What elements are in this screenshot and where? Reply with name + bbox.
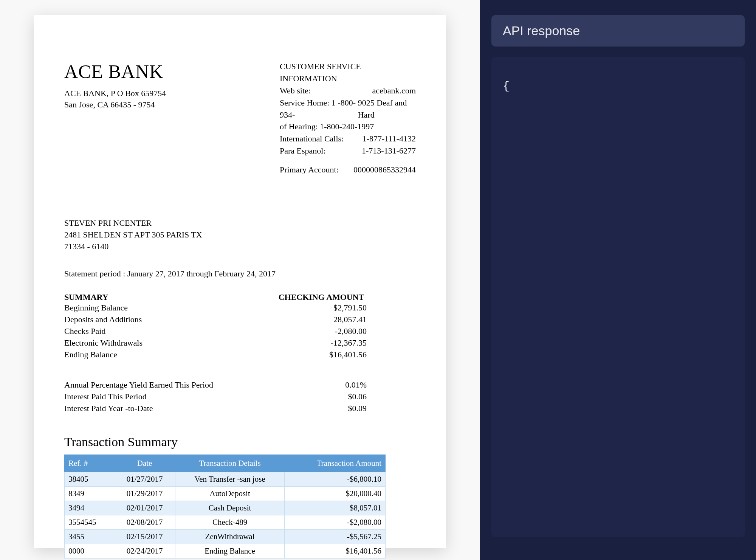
service-home-label: Service Home: 1 -800-934-	[280, 97, 358, 121]
col-header-details: Transaction Details	[175, 455, 285, 472]
summary-header-left: SUMMARY	[64, 292, 276, 302]
summary-label: Annual Percentage Yield Earned This Peri…	[64, 379, 276, 391]
table-row: 355454502/08/2017Check-489-$2,080.00	[65, 515, 386, 529]
api-response-text: {	[503, 80, 510, 93]
cell-date: 02/24/2017	[114, 544, 175, 558]
summary-label: Beginning Balance	[64, 302, 276, 314]
api-response-body: {	[491, 57, 745, 537]
summary-block: SUMMARY CHECKING AMOUNT Beginning Balanc…	[64, 292, 416, 414]
transaction-table: Ref. # Date Transaction Details Transact…	[64, 455, 386, 558]
web-site-label: Web site:	[280, 85, 311, 97]
summary-row: Checks Paid-2,080.00	[64, 326, 416, 337]
bank-identity-block: ACE BANK ACE BANK, P O Box 659754 San Jo…	[64, 60, 166, 110]
cell-ref: 3554545	[65, 515, 114, 529]
col-header-date: Date	[114, 455, 175, 472]
summary-value: $2,791.50	[276, 302, 367, 314]
summary-row: Interest Paid This Period$0.06	[64, 391, 416, 403]
cell-details: ZenWithdrawal	[175, 529, 285, 544]
cell-amount: $16,401.56	[285, 544, 386, 558]
cell-date: 02/15/2017	[114, 529, 175, 544]
espanol-label: Para Espanol:	[280, 145, 326, 157]
cell-details: Check-489	[175, 515, 285, 529]
table-row: 000002/24/2017Ending Balance$16,401.56	[65, 544, 386, 558]
summary-value: -2,080.00	[276, 326, 367, 337]
transaction-table-header-row: Ref. # Date Transaction Details Transact…	[65, 455, 386, 472]
summary-row: Ending Balance$16,401.56	[64, 349, 416, 361]
cell-amount: $8,057.01	[285, 501, 386, 515]
summary-value: $16,401.56	[276, 349, 367, 361]
transaction-summary-title: Transaction Summary	[64, 435, 416, 449]
espanol-value: 1-713-131-6277	[362, 145, 416, 157]
table-row: 345502/15/2017ZenWithdrawal-$5,567.25	[65, 529, 386, 544]
summary-row: Beginning Balance$2,791.50	[64, 302, 416, 314]
col-header-ref: Ref. #	[65, 455, 114, 472]
cell-date: 02/01/2017	[114, 501, 175, 515]
hearing-line: of Hearing: 1-800-240-1997	[280, 121, 416, 133]
table-row: 3840501/27/2017Ven Transfer -san jose-$6…	[65, 472, 386, 486]
summary-row: Deposits and Additions28,057.41	[64, 314, 416, 326]
cell-ref: 0000	[65, 544, 114, 558]
summary-value: $0.09	[276, 403, 367, 414]
summary-value: $0.06	[276, 391, 367, 403]
customer-service-title: CUSTOMER SERVICE INFORMATION	[280, 60, 416, 85]
cell-date: 01/27/2017	[114, 472, 175, 486]
cell-ref: 3455	[65, 529, 114, 544]
statement-period: Statement period : January 27, 2017 thro…	[64, 269, 416, 279]
intl-calls-label: International Calls:	[280, 133, 344, 145]
col-header-amount: Transaction Amount	[285, 455, 386, 472]
bank-address-line-2: San Jose, CA 66435 - 9754	[64, 99, 166, 110]
cell-ref: 8349	[65, 486, 114, 501]
cell-amount: -$2,080.00	[285, 515, 386, 529]
customer-service-block: CUSTOMER SERVICE INFORMATION Web site: a…	[280, 60, 416, 176]
summary-value: -12,367.35	[276, 337, 367, 349]
cell-ref: 38405	[65, 472, 114, 486]
api-response-panel: API response {	[480, 0, 756, 560]
summary-header-right: CHECKING AMOUNT	[276, 292, 367, 302]
summary-value: 28,057.41	[276, 314, 367, 326]
cell-details: Ending Balance	[175, 544, 285, 558]
bank-statement-document: ACE BANK ACE BANK, P O Box 659754 San Jo…	[34, 15, 446, 548]
summary-label: Deposits and Additions	[64, 314, 276, 326]
summary-label: Interest Paid This Period	[64, 391, 276, 403]
cell-amount: -$6,800.10	[285, 472, 386, 486]
summary-row: Interest Paid Year -to-Date$0.09	[64, 403, 416, 414]
recipient-address-line-1: 2481 SHELDEN ST APT 305 PARIS TX	[64, 229, 416, 241]
recipient-address-line-2: 71334 - 6140	[64, 241, 416, 253]
recipient-block: STEVEN PRI NCENTER 2481 SHELDEN ST APT 3…	[64, 217, 416, 252]
primary-account-label: Primary Account:	[280, 164, 339, 176]
cell-amount: $20,000.40	[285, 486, 386, 501]
primary-account-value: 000000865332944	[353, 164, 416, 176]
summary-value: 0.01%	[276, 379, 367, 391]
summary-label: Electronic Withdrawals	[64, 337, 276, 349]
web-site-value: acebank.com	[372, 85, 416, 97]
summary-label: Interest Paid Year -to-Date	[64, 403, 276, 414]
summary-label: Ending Balance	[64, 349, 276, 361]
cell-details: AutoDeposit	[175, 486, 285, 501]
bank-address-line-1: ACE BANK, P O Box 659754	[64, 88, 166, 99]
cell-date: 02/08/2017	[114, 515, 175, 529]
table-row: 834901/29/2017AutoDeposit$20,000.40	[65, 486, 386, 501]
bank-name: ACE BANK	[64, 60, 166, 82]
cell-details: Ven Transfer -san jose	[175, 472, 285, 486]
cell-date: 01/29/2017	[114, 486, 175, 501]
cell-details: Cash Deposit	[175, 501, 285, 515]
document-header: ACE BANK ACE BANK, P O Box 659754 San Jo…	[64, 60, 416, 176]
cell-ref: 3494	[65, 501, 114, 515]
recipient-name: STEVEN PRI NCENTER	[64, 217, 416, 229]
document-preview-panel: ACE BANK ACE BANK, P O Box 659754 San Jo…	[0, 0, 480, 560]
summary-row: Annual Percentage Yield Earned This Peri…	[64, 379, 416, 391]
service-home-value: 9025 Deaf and Hard	[358, 97, 416, 121]
table-row: 349402/01/2017Cash Deposit$8,057.01	[65, 501, 386, 515]
cell-amount: -$5,567.25	[285, 529, 386, 544]
summary-row: Electronic Withdrawals-12,367.35	[64, 337, 416, 349]
summary-label: Checks Paid	[64, 326, 276, 337]
intl-calls-value: 1-877-111-4132	[363, 133, 416, 145]
api-response-header: API response	[491, 15, 745, 47]
